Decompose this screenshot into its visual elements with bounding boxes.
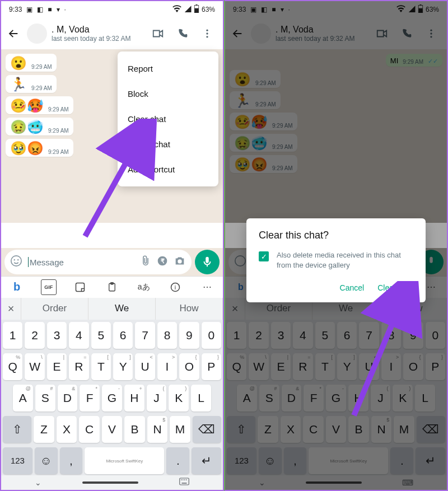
comma-key[interactable]: ,	[60, 447, 83, 474]
message-placeholder: Message	[28, 257, 134, 267]
key-3[interactable]: 3	[47, 322, 67, 349]
key-m[interactable]: M	[170, 416, 190, 443]
key-y[interactable]: Y]	[113, 353, 133, 380]
key-8[interactable]: 8	[157, 322, 177, 349]
svg-rect-20	[183, 480, 184, 481]
key-k[interactable]: K)	[169, 385, 189, 411]
space-key[interactable]: Microsoft SwiftKey	[85, 447, 164, 474]
emoji-key[interactable]: ☺	[35, 447, 58, 474]
key-p[interactable]: P}	[202, 353, 221, 380]
status-icon: ▾	[57, 6, 60, 13]
enter-key[interactable]: ↵	[192, 447, 221, 474]
camera-icon[interactable]	[174, 255, 186, 269]
wifi-icon	[172, 5, 181, 14]
period-key[interactable]: .	[166, 447, 189, 474]
svg-point-7	[14, 259, 15, 260]
message-input[interactable]: Message ₹	[4, 250, 192, 274]
message-in[interactable]: 🤢🥶9:29 AM	[6, 118, 73, 135]
svg-rect-22	[186, 480, 187, 481]
last-seen: last seen today at 9:32 AM	[52, 35, 143, 43]
message-in[interactable]: 🤒🥵9:29 AM	[6, 96, 73, 114]
key-q[interactable]: Q%	[3, 353, 22, 380]
clipboard-icon[interactable]	[104, 279, 120, 295]
key-b[interactable]: B	[124, 416, 145, 443]
numbers-key[interactable]: 123	[3, 447, 32, 474]
key-c[interactable]: C	[79, 416, 100, 443]
translate-icon[interactable]: aあ	[136, 279, 152, 295]
key-s[interactable]: S#	[35, 385, 55, 411]
emoji-icon[interactable]	[10, 255, 22, 269]
gif-icon[interactable]: GIF	[41, 279, 57, 295]
suggestion[interactable]: Order	[21, 298, 88, 320]
key-9[interactable]: 9	[179, 322, 199, 349]
suggestion[interactable]: How	[156, 298, 223, 320]
key-d[interactable]: D&	[58, 385, 78, 411]
svg-point-5	[206, 36, 208, 38]
dialog-checkbox-row[interactable]: ✓ Also delete media received in this cha…	[259, 250, 413, 270]
info-icon[interactable]: i	[167, 279, 183, 295]
keyboard-collapse-icon[interactable]: ⌄	[35, 478, 41, 487]
key-4[interactable]: 4	[69, 322, 88, 349]
key-i[interactable]: I>	[157, 353, 177, 380]
key-u[interactable]: U<	[135, 353, 155, 380]
menu-item-export-chat[interactable]: Export chat	[118, 132, 218, 157]
key-e[interactable]: E|	[47, 353, 67, 380]
voice-call-button[interactable]	[172, 24, 193, 44]
bing-icon[interactable]: b	[9, 279, 25, 295]
contact-avatar[interactable]	[27, 24, 47, 44]
rupee-icon[interactable]: ₹	[157, 255, 168, 269]
key-r[interactable]: R=	[69, 353, 88, 380]
key-w[interactable]: W\	[25, 353, 44, 380]
key-j[interactable]: J(	[147, 385, 167, 411]
status-icon: ▣	[26, 6, 32, 13]
key-o[interactable]: O{	[179, 353, 199, 380]
more-icon[interactable]: ⋯	[199, 279, 215, 295]
key-x[interactable]: X	[57, 416, 77, 443]
key-1[interactable]: 1	[3, 322, 22, 349]
backspace-key[interactable]: ⌫	[193, 416, 221, 443]
key-v[interactable]: V	[102, 416, 123, 443]
mic-button[interactable]	[195, 250, 220, 274]
key-7[interactable]: 7	[135, 322, 155, 349]
key-n[interactable]: N$	[147, 416, 168, 443]
menu-item-block[interactable]: Block	[118, 81, 218, 106]
home-indicator[interactable]	[82, 481, 138, 484]
menu-item-add-shortcut[interactable]: Add shortcut	[118, 157, 218, 182]
message-in[interactable]: 🏃9:29 AM	[6, 75, 57, 93]
status-time: 9:33	[9, 6, 22, 13]
video-call-button[interactable]	[148, 24, 168, 44]
message-in[interactable]: 🥹😡9:29 AM	[6, 139, 73, 157]
keyboard: b GIF aあ i ⋯ × Order We How 1234567890 Q…	[1, 276, 223, 490]
keyboard-toolbar: b GIF aあ i ⋯	[1, 276, 223, 298]
key-h[interactable]: H+	[124, 385, 144, 411]
key-2[interactable]: 2	[25, 322, 44, 349]
key-a[interactable]: A@	[13, 385, 33, 411]
svg-point-3	[206, 30, 208, 31]
keyboard-switch-icon[interactable]	[179, 478, 189, 487]
shift-key[interactable]: ⇧	[3, 416, 31, 443]
key-6[interactable]: 6	[113, 322, 133, 349]
key-z[interactable]: Z	[34, 416, 54, 443]
suggestion[interactable]: We	[88, 298, 156, 320]
overflow-menu-button[interactable]	[197, 24, 217, 44]
message-in[interactable]: 😮9:29 AM	[6, 54, 57, 72]
attach-icon[interactable]	[140, 255, 151, 269]
checkbox-checked-icon[interactable]: ✓	[259, 251, 269, 261]
cancel-button[interactable]: Cancel	[340, 283, 365, 292]
contact-info[interactable]: . M, Voda last seen today at 9:32 AM	[52, 25, 143, 43]
key-g[interactable]: G-	[102, 385, 122, 411]
back-button[interactable]	[4, 25, 22, 43]
sticker-icon[interactable]	[72, 279, 88, 295]
key-f[interactable]: F*	[80, 385, 100, 411]
clear-chat-button[interactable]: Clear chat	[377, 283, 413, 292]
key-l[interactable]: L	[191, 385, 211, 411]
key-t[interactable]: T[	[91, 353, 111, 380]
menu-item-clear-chat[interactable]: Clear chat	[118, 106, 218, 132]
key-5[interactable]: 5	[91, 322, 111, 349]
dismiss-suggestion[interactable]: ×	[1, 298, 21, 320]
battery-pct: 63%	[202, 6, 215, 13]
key-0[interactable]: 0	[202, 322, 221, 349]
menu-item-report[interactable]: Report	[118, 56, 218, 81]
keyboard-suggestions: × Order We How	[1, 298, 223, 320]
status-icon: ■	[48, 6, 52, 13]
